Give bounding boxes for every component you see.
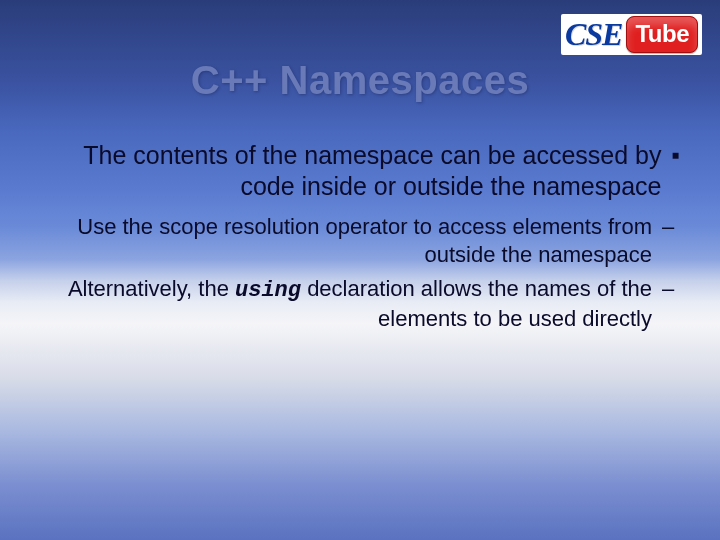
sub-bullet-row: – Use the scope resolution operator to a… (40, 213, 680, 271)
sub-bullet-text: Alternatively, the using declaration all… (40, 275, 652, 333)
sub-bullet-row: – Alternatively, the using declaration a… (40, 275, 680, 333)
logo-cse-text: CSE (565, 16, 622, 53)
main-bullet-row: ▪ The contents of the namespace can be a… (40, 140, 680, 203)
sub-text-pre: Use the scope resolution operator to acc… (77, 214, 652, 267)
logo: CSE Tube (561, 14, 702, 55)
sub-text-post: declaration allows the names of the elem… (301, 276, 652, 331)
sub-text-code: using (235, 278, 301, 303)
slide-title: C++ Namespaces (0, 58, 720, 103)
dash-bullet-icon: – (662, 213, 680, 241)
main-bullet-text: The contents of the namespace can be acc… (40, 140, 661, 203)
logo-tube-text: Tube (635, 20, 689, 47)
dash-bullet-icon: – (662, 275, 680, 303)
sub-bullet-text: Use the scope resolution operator to acc… (40, 213, 652, 271)
square-bullet-icon: ▪ (671, 140, 680, 170)
slide-content: ▪ The contents of the namespace can be a… (40, 140, 680, 333)
sub-text-pre: Alternatively, the (68, 276, 235, 301)
logo-tube-badge: Tube (626, 16, 698, 53)
